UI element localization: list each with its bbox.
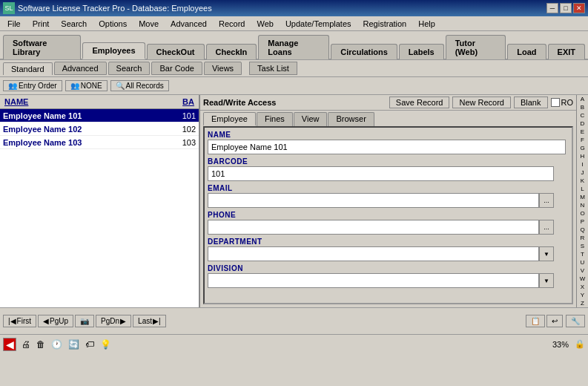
blank-btn[interactable]: Blank: [514, 96, 548, 108]
main-tab-employees[interactable]: Employees: [82, 42, 145, 59]
department-select[interactable]: [208, 246, 539, 261]
main-tab-circulations[interactable]: Circulations: [331, 44, 397, 59]
row-barcode-label: 102: [169, 125, 199, 134]
pgup-btn[interactable]: ◀ PgUp: [38, 315, 73, 327]
phone-field-input[interactable]: [208, 220, 539, 235]
menu-item-move[interactable]: Move: [133, 18, 165, 30]
menu-item-file[interactable]: File: [1, 18, 27, 30]
lock-icon[interactable]: 🔒: [575, 339, 585, 349]
alpha-n[interactable]: N: [577, 201, 588, 209]
bottom-icon1-btn[interactable]: ↩: [546, 315, 563, 327]
alpha-y[interactable]: Y: [577, 291, 588, 299]
refresh-icon[interactable]: 🔄: [66, 337, 82, 352]
main-tab-checkin[interactable]: CheckIn: [206, 44, 257, 59]
save-record-btn[interactable]: Save Record: [389, 96, 450, 108]
entry-order-btn[interactable]: 👥 Entry Order: [3, 80, 62, 91]
new-record-btn[interactable]: New Record: [452, 96, 511, 108]
menu-item-update-templates[interactable]: Update/Templates: [280, 18, 357, 30]
alpha-r[interactable]: R: [577, 234, 588, 242]
record-tab-fines[interactable]: Fines: [257, 112, 293, 126]
main-tab-tutor--web-[interactable]: Tutor (Web): [446, 35, 506, 59]
menu-item-search[interactable]: Search: [55, 18, 93, 30]
all-records-btn[interactable]: 🔍 All Records: [110, 80, 169, 91]
none-btn[interactable]: 👥 NONE: [65, 80, 108, 91]
alpha-p[interactable]: P: [577, 217, 588, 226]
alpha-z[interactable]: Z: [577, 299, 588, 307]
record-tab-view[interactable]: View: [294, 112, 328, 126]
menu-item-web[interactable]: Web: [251, 18, 279, 30]
alpha-f[interactable]: F: [577, 136, 588, 144]
phone-end-button[interactable]: ...: [539, 220, 554, 235]
sub-tab-advanced[interactable]: Advanced: [54, 62, 107, 75]
menu-item-print[interactable]: Print: [27, 18, 56, 30]
main-tab-checkout[interactable]: CheckOut: [147, 44, 205, 59]
menu-item-advanced[interactable]: Advanced: [165, 18, 213, 30]
alpha-m[interactable]: M: [577, 193, 588, 201]
alpha-k[interactable]: K: [577, 177, 588, 185]
sub-tab-barcode[interactable]: Bar Code: [151, 62, 202, 75]
alpha-h[interactable]: H: [577, 152, 588, 160]
task-list-tab[interactable]: Task List: [249, 62, 297, 75]
list-row[interactable]: Employee Name 101101: [0, 109, 199, 122]
last-btn[interactable]: Last ▶|: [133, 315, 166, 327]
list-row[interactable]: Employee Name 103103: [0, 136, 199, 149]
alpha-x[interactable]: X: [577, 283, 588, 291]
alpha-q[interactable]: Q: [577, 226, 588, 234]
main-tab-labels[interactable]: Labels: [399, 44, 444, 59]
bottom-icon2-btn[interactable]: 🔧: [566, 315, 585, 327]
barcode-field-input[interactable]: [208, 166, 554, 181]
division-select[interactable]: [208, 273, 539, 288]
print-icon[interactable]: 🖨: [19, 337, 33, 352]
alpha-a[interactable]: A: [577, 95, 588, 103]
lightbulb-icon[interactable]: 💡: [98, 337, 113, 352]
ro-checkbox-box[interactable]: [551, 98, 560, 107]
alpha-g[interactable]: G: [577, 144, 588, 152]
back-arrow-btn[interactable]: ◀: [3, 338, 16, 351]
menu-item-registration[interactable]: Registration: [357, 18, 413, 30]
app-icon: SL: [3, 2, 15, 14]
menu-item-record[interactable]: Record: [213, 18, 251, 30]
record-tab-employee[interactable]: Employee: [203, 112, 256, 126]
alpha-l[interactable]: L: [577, 185, 588, 193]
camera-btn[interactable]: 📷: [75, 315, 94, 327]
menu-item-options[interactable]: Options: [93, 18, 133, 30]
main-tab-manage-loans[interactable]: Manage Loans: [258, 35, 329, 59]
alpha-o[interactable]: O: [577, 209, 588, 217]
alpha-b[interactable]: B: [577, 103, 588, 111]
department-dropdown-btn[interactable]: ▼: [539, 246, 554, 261]
close-button[interactable]: ✕: [573, 3, 585, 13]
alpha-j[interactable]: J: [577, 169, 588, 177]
main-tab-software-library[interactable]: Software Library: [3, 35, 81, 59]
ro-checkbox[interactable]: RO: [551, 98, 574, 107]
list-body[interactable]: Employee Name 101101Employee Name 102102…: [0, 109, 199, 307]
export-btn[interactable]: 📋: [526, 315, 545, 327]
maximize-button[interactable]: □: [560, 3, 572, 13]
main-tab-load[interactable]: Load: [507, 44, 546, 59]
alpha-t[interactable]: T: [577, 250, 588, 258]
tag-icon[interactable]: 🏷: [83, 337, 96, 352]
minimize-button[interactable]: ─: [546, 3, 558, 13]
alpha-u[interactable]: U: [577, 258, 588, 266]
sub-tab-search[interactable]: Search: [108, 62, 151, 75]
sub-tab-standard[interactable]: Standard: [3, 62, 53, 75]
menu-item-help[interactable]: Help: [412, 18, 441, 30]
alpha-e[interactable]: E: [577, 128, 588, 136]
first-btn[interactable]: |◀ First: [3, 315, 36, 327]
delete-icon[interactable]: 🗑: [34, 337, 47, 352]
alpha-i[interactable]: I: [577, 160, 588, 169]
sub-tab-views[interactable]: Views: [204, 62, 242, 75]
main-tab-exit[interactable]: EXIT: [548, 44, 585, 59]
list-row[interactable]: Employee Name 102102: [0, 122, 199, 136]
clock-icon[interactable]: 🕐: [49, 337, 65, 352]
alpha-s[interactable]: S: [577, 242, 588, 250]
record-tab-browser[interactable]: Browser: [328, 112, 374, 126]
alpha-d[interactable]: D: [577, 120, 588, 128]
alpha-v[interactable]: V: [577, 266, 588, 275]
alpha-c[interactable]: C: [577, 111, 588, 120]
division-dropdown-btn[interactable]: ▼: [539, 273, 554, 288]
name-field-input[interactable]: [208, 140, 566, 154]
email-end-button[interactable]: ...: [539, 193, 554, 208]
pgdn-btn[interactable]: PgDn ▶: [96, 315, 131, 327]
email-field-input[interactable]: [208, 193, 539, 208]
alpha-w[interactable]: W: [577, 275, 588, 283]
